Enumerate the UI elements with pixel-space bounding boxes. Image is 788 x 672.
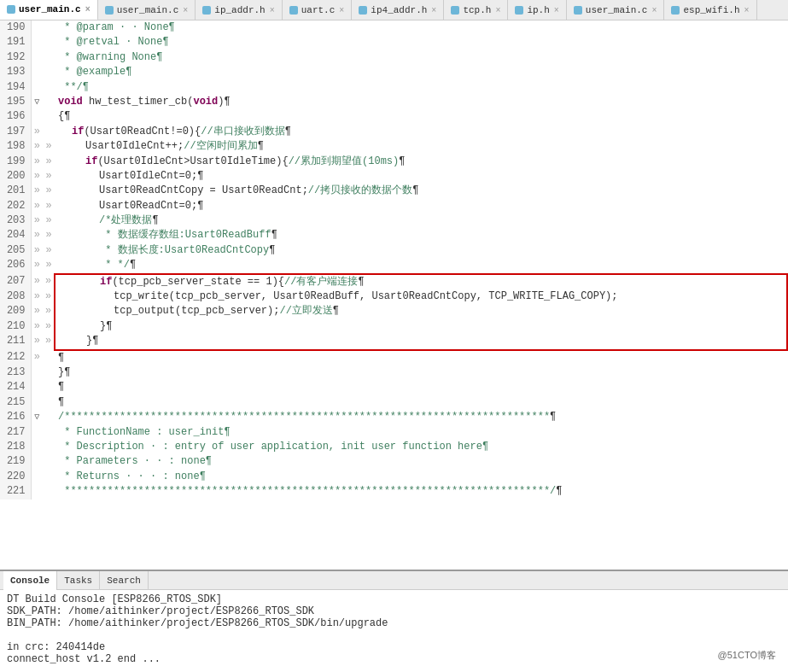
line-number: 192 xyxy=(0,50,31,65)
line-number: 206 xyxy=(0,258,31,273)
code-line: * 数据缓存数组:Usart0ReadBuff¶ xyxy=(55,228,787,243)
line-number: 215 xyxy=(0,395,31,410)
code-line: /***************************************… xyxy=(55,410,787,424)
table-row: 200 » » Usart0IdleCnt=0;¶ xyxy=(0,169,787,184)
table-row: 197 » if(Usart0ReadCnt!=0){//串口接收到数据¶ xyxy=(0,125,787,139)
close-icon[interactable]: × xyxy=(744,6,749,15)
tab-label: ip_addr.h xyxy=(214,5,265,15)
console-tab-label: Console xyxy=(10,576,50,586)
tab-icon xyxy=(574,6,582,15)
line-number: 216 xyxy=(0,410,31,424)
tab-icon xyxy=(7,5,15,14)
table-row: 201 » » Usart0ReadCntCopy = Usart0ReadCn… xyxy=(0,184,787,198)
tab-icon xyxy=(202,6,211,15)
table-row: 195 ▽ void hw_test_timer_cb(void)¶ xyxy=(0,95,787,109)
bottom-panel: Console Tasks Search DT Build Console [E… xyxy=(0,570,788,672)
search-tab-label: Search xyxy=(107,576,141,586)
table-row: 220 * Returns · · · : none¶ xyxy=(0,470,787,484)
tab-search[interactable]: Search xyxy=(100,571,149,590)
line-number: 205 xyxy=(0,243,31,258)
code-line: }¶ xyxy=(55,334,787,349)
tab-tcp-h[interactable]: tcp.h × xyxy=(444,0,508,20)
close-icon[interactable]: × xyxy=(554,6,559,15)
tab-icon xyxy=(359,6,367,15)
close-icon[interactable]: × xyxy=(339,6,344,15)
tab-label: tcp.h xyxy=(463,5,491,15)
tab-label: user_main.c xyxy=(117,5,179,15)
tab-label: user_main.c xyxy=(586,5,648,15)
code-line: if(tcp_pcb_server_state == 1){//有客户端连接¶ xyxy=(55,274,787,289)
close-icon[interactable]: × xyxy=(431,6,436,15)
table-row: 194 **/¶ xyxy=(0,80,787,95)
line-number: 213 xyxy=(0,365,31,380)
tab-console[interactable]: Console xyxy=(3,571,57,590)
code-table: 190 * @param · · None¶ 191 * @retval · N… xyxy=(0,20,788,500)
line-number: 218 xyxy=(0,440,31,454)
code-line: Usart0ReadCntCopy = Usart0ReadCnt;//拷贝接收… xyxy=(55,184,787,198)
table-row: 207 » » if(tcp_pcb_server_state == 1){//… xyxy=(0,274,787,289)
close-icon[interactable]: × xyxy=(495,6,500,15)
console-line-4: in crc: 240414de xyxy=(7,641,781,653)
code-line: * 数据长度:Usart0ReadCntCopy¶ xyxy=(55,243,787,258)
code-line: * Returns · · · : none¶ xyxy=(55,470,787,484)
code-line: * @example¶ xyxy=(55,65,787,79)
code-line: * @param · · None¶ xyxy=(55,20,787,35)
line-number: 201 xyxy=(0,184,31,198)
line-number: 199 xyxy=(0,155,31,169)
close-icon[interactable]: × xyxy=(85,5,90,15)
table-row: 198 » » Usart0IdleCnt++;//空闲时间累加¶ xyxy=(0,139,787,154)
tab-ip-addr-h[interactable]: ip_addr.h × xyxy=(196,0,282,20)
tab-user-main-c3[interactable]: user_main.c × xyxy=(567,0,665,20)
tab-esp-wifi-h[interactable]: esp_wifi.h × xyxy=(664,0,756,20)
line-number: 195 xyxy=(0,95,31,109)
tab-user-main-c2[interactable]: user_main.c × xyxy=(98,0,196,20)
tab-icon xyxy=(289,6,298,15)
line-number: 196 xyxy=(0,109,31,124)
code-line: **/¶ xyxy=(55,80,787,95)
tab-ip4-addr-h[interactable]: ip4_addr.h × xyxy=(352,0,444,20)
tab-label: ip.h xyxy=(527,5,549,15)
console-content: DT Build Console [ESP8266_RTOS_SDK] SDK_… xyxy=(0,590,788,672)
line-number: 219 xyxy=(0,454,31,469)
tab-tasks[interactable]: Tasks xyxy=(57,571,100,590)
tab-user-main-c-active[interactable]: user_main.c × xyxy=(0,0,98,20)
code-line: }¶ xyxy=(55,365,787,380)
line-number: 203 xyxy=(0,213,31,228)
line-number: 214 xyxy=(0,380,31,394)
code-line: {¶ xyxy=(55,109,787,124)
close-icon[interactable]: × xyxy=(651,6,657,15)
line-number: 198 xyxy=(0,139,31,154)
table-row: 203 » » /*处理数据¶ xyxy=(0,213,787,228)
code-line: * Description · : entry of user applicat… xyxy=(55,440,787,454)
close-icon[interactable]: × xyxy=(183,6,188,15)
editor-area: 190 * @param · · None¶ 191 * @retval · N… xyxy=(0,20,788,570)
table-row: 212 » ¶ xyxy=(0,350,787,365)
table-row: 208 » » tcp_write(tcp_pcb_server, Usart0… xyxy=(0,289,787,304)
table-row: 216 ▽ /*********************************… xyxy=(0,410,787,424)
tab-label: esp_wifi.h xyxy=(683,5,739,15)
close-icon[interactable]: × xyxy=(270,6,275,15)
table-row: 204 » » * 数据缓存数组:Usart0ReadBuff¶ xyxy=(0,228,787,243)
table-row: 192 * @warning None¶ xyxy=(0,50,787,65)
line-number: 220 xyxy=(0,470,31,484)
table-row: 196 {¶ xyxy=(0,109,787,124)
table-row: 209 » » tcp_output(tcp_pcb_server);//立即发… xyxy=(0,304,787,318)
console-line-2: BIN_PATH: /home/aithinker/project/ESP826… xyxy=(7,617,781,629)
table-row: 217 * FunctionName : user_init¶ xyxy=(0,425,787,440)
code-line: tcp_output(tcp_pcb_server);//立即发送¶ xyxy=(55,304,787,318)
line-number: 221 xyxy=(0,484,31,499)
line-number: 208 xyxy=(0,289,31,304)
tab-uart-c[interactable]: uart.c × xyxy=(283,0,353,20)
table-row: 219 * Parameters · · : none¶ xyxy=(0,454,787,469)
table-row: 205 » » * 数据长度:Usart0ReadCntCopy¶ xyxy=(0,243,787,258)
tab-icon xyxy=(671,6,680,15)
tab-ip-h[interactable]: ip.h × xyxy=(508,0,566,20)
line-number: 204 xyxy=(0,228,31,243)
console-line-1: SDK_PATH: /home/aithinker/project/ESP826… xyxy=(7,605,781,617)
line-number: 193 xyxy=(0,65,31,79)
watermark: @51CTO博客 xyxy=(715,647,779,663)
tasks-tab-label: Tasks xyxy=(64,576,92,586)
code-line: tcp_write(tcp_pcb_server, Usart0ReadBuff… xyxy=(55,289,787,304)
tab-bar: user_main.c × user_main.c × ip_addr.h × … xyxy=(0,0,788,20)
console-tab-bar: Console Tasks Search xyxy=(0,571,788,590)
